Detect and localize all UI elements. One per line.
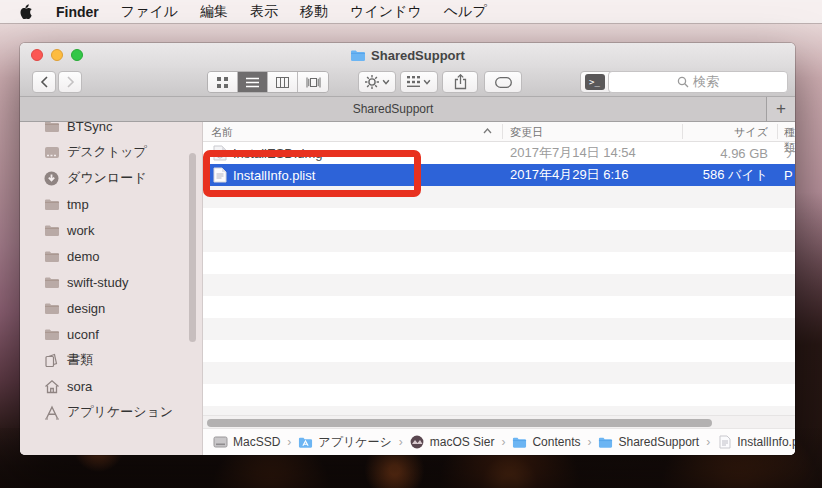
menu-item-finder[interactable]: Finder: [45, 4, 110, 20]
grid-view-icon: [217, 77, 228, 88]
applications-icon: [43, 404, 60, 421]
drive-icon: [213, 435, 228, 450]
new-tab-button[interactable]: +: [767, 97, 795, 121]
desktop-icon: [43, 144, 60, 161]
column-header-size[interactable]: サイズ: [682, 125, 768, 140]
coverflow-view-button[interactable]: [298, 72, 328, 92]
horizontal-scrollbar-thumb[interactable]: [207, 419, 712, 427]
path-item-macssd[interactable]: MacSSD: [213, 435, 280, 450]
search-input[interactable]: 検索: [608, 71, 788, 93]
window-controls: [31, 49, 83, 61]
title-bar[interactable]: SharedSupport: [20, 43, 795, 68]
file-kind: デ: [784, 142, 795, 164]
path-separator: ›: [494, 435, 512, 449]
group-menu-button[interactable]: [400, 71, 438, 93]
plus-icon: +: [776, 99, 786, 119]
path-item-label: Contents: [532, 435, 580, 449]
sidebar-item-swift-study[interactable]: swift-study: [20, 269, 202, 295]
sidebar-item-label: demo: [67, 249, 100, 264]
path-item-contents[interactable]: Contents: [512, 435, 580, 450]
plist-file-icon: [717, 435, 732, 450]
sidebar-item-applications[interactable]: アプリケーション: [20, 399, 202, 425]
folder-icon: [43, 248, 60, 265]
icon-view-button[interactable]: [208, 72, 238, 92]
sidebar-item-desktop[interactable]: デスクトップ: [20, 139, 202, 165]
sidebar-item-label: design: [67, 301, 105, 316]
menu-item-go[interactable]: 移動: [289, 3, 339, 21]
sidebar-item-label: sora: [67, 379, 92, 394]
sidebar-item-documents[interactable]: 書類: [20, 347, 202, 373]
chevron-down-icon: [382, 78, 390, 86]
group-by-icon: [407, 76, 420, 88]
sidebar-item-home[interactable]: sora: [20, 373, 202, 399]
empty-list-rows: [203, 186, 795, 415]
chevron-down-icon: [423, 78, 431, 86]
sidebar-scrollbar[interactable]: [189, 153, 196, 342]
folder-icon: [43, 326, 60, 343]
column-view-button[interactable]: [268, 72, 298, 92]
apple-menu[interactable]: [0, 4, 45, 19]
list-view-icon: [246, 77, 259, 88]
sidebar-item-demo[interactable]: demo: [20, 243, 202, 269]
path-item-installinfo-plist[interactable]: InstallInfo.plist: [717, 435, 795, 450]
sidebar-item-work[interactable]: work: [20, 217, 202, 243]
file-kind: P: [784, 164, 795, 186]
sort-ascending-icon: [483, 128, 492, 134]
sidebar-item-tmp[interactable]: tmp: [20, 191, 202, 217]
sidebar-item-design[interactable]: design: [20, 295, 202, 321]
back-button[interactable]: [32, 71, 56, 93]
folder-icon: [598, 435, 613, 450]
sidebar-item-label: デスクトップ: [67, 143, 147, 161]
folder-icon: [43, 274, 60, 291]
path-item-applications[interactable]: アプリケーシ: [298, 434, 391, 451]
path-separator: ›: [280, 435, 298, 449]
menu-item-help[interactable]: ヘルプ: [433, 3, 498, 21]
folder-icon: [350, 49, 366, 62]
forward-button[interactable]: [58, 71, 82, 93]
share-button[interactable]: [442, 71, 478, 93]
file-modified: 2017年4月29日 6:16: [510, 164, 629, 186]
path-item-label: SharedSupport: [618, 435, 699, 449]
tab-sharedsupport[interactable]: SharedSupport: [20, 97, 767, 121]
chevron-right-icon: [66, 76, 75, 88]
path-item-macos-sierra[interactable]: macOS Sier: [410, 435, 495, 450]
tag-icon: [495, 77, 512, 88]
chevron-left-icon: [40, 76, 49, 88]
action-menu-button[interactable]: [358, 71, 396, 93]
file-size: 586 バイト: [682, 164, 768, 186]
tab-bar: SharedSupport +: [20, 97, 795, 122]
horizontal-scrollbar-track[interactable]: [203, 415, 795, 428]
column-divider[interactable]: [777, 124, 778, 139]
column-header-name[interactable]: 名前: [211, 125, 233, 140]
gear-icon: [365, 75, 379, 89]
menu-bar: Finder ファイル 編集 表示 移動 ウインドウ ヘルプ: [0, 0, 822, 23]
downloads-icon: [43, 170, 60, 187]
sidebar-item-btsync[interactable]: BTSync: [20, 122, 202, 139]
column-header-row: 名前 変更日 サイズ 種類: [203, 122, 795, 142]
path-item-sharedsupport[interactable]: SharedSupport: [598, 435, 699, 450]
menu-item-view[interactable]: 表示: [239, 3, 289, 21]
close-button[interactable]: [31, 49, 43, 61]
menu-item-window[interactable]: ウインドウ: [339, 3, 433, 21]
documents-icon: [43, 352, 60, 369]
applications-folder-icon: [298, 435, 313, 450]
apple-icon: [20, 4, 33, 19]
view-switcher: [207, 71, 329, 93]
folder-icon: [43, 196, 60, 213]
minimize-button[interactable]: [51, 49, 63, 61]
zoom-button[interactable]: [71, 49, 83, 61]
installer-app-icon: [410, 435, 425, 450]
folder-icon: [43, 122, 60, 135]
menu-item-file[interactable]: ファイル: [110, 3, 189, 21]
sidebar-item-label: work: [67, 223, 94, 238]
sidebar-item-downloads[interactable]: ダウンロード: [20, 165, 202, 191]
column-divider[interactable]: [502, 124, 503, 139]
path-item-label: macOS Sier: [430, 435, 495, 449]
list-view-button[interactable]: [238, 72, 268, 92]
sidebar-item-uconf[interactable]: uconf: [20, 321, 202, 347]
menu-item-edit[interactable]: 編集: [189, 3, 239, 21]
path-item-label: MacSSD: [233, 435, 280, 449]
tags-button[interactable]: [484, 71, 522, 93]
sidebar-item-label: アプリケーション: [67, 403, 173, 421]
column-header-modified[interactable]: 変更日: [510, 125, 543, 140]
